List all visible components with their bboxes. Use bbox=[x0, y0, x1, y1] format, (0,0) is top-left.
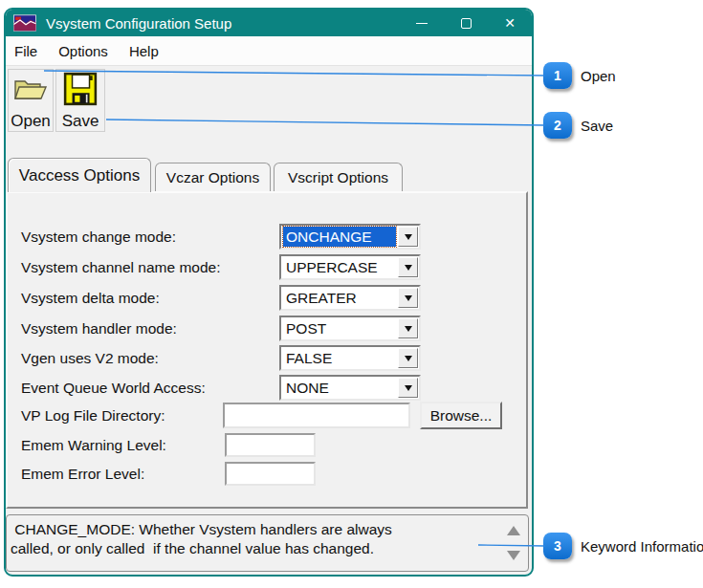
app-window: Vsystem Configuration Setup ✕ File Optio… bbox=[4, 8, 534, 577]
callout-1-badge: 1 bbox=[543, 62, 572, 89]
callout-2-badge: 2 bbox=[543, 112, 572, 139]
callout-3: 3 Keyword Information bbox=[543, 533, 703, 559]
dropdown-arrow-icon bbox=[405, 326, 412, 332]
combo-value: FALSE bbox=[283, 348, 396, 368]
combo-channel-name-mode[interactable]: UPPERCASE bbox=[279, 254, 421, 280]
callout-1-label: Open bbox=[581, 68, 616, 84]
browse-button[interactable]: Browse... bbox=[420, 402, 502, 429]
combo-change-mode[interactable]: ONCHANGE bbox=[279, 224, 421, 250]
emem-error-level-input[interactable] bbox=[225, 462, 316, 486]
callout-3-label: Keyword Information bbox=[581, 538, 703, 555]
combo-event-queue-access[interactable]: NONE bbox=[279, 375, 421, 401]
field-label-event-queue-access: Event Queue World Access: bbox=[21, 375, 206, 401]
callout-3-badge: 3 bbox=[543, 533, 572, 559]
field-label-emem-warning: Emem Warning Level: bbox=[21, 433, 166, 457]
scroll-down-icon[interactable] bbox=[507, 551, 520, 560]
callout-1: 1 Open bbox=[543, 62, 616, 89]
vp-log-directory-input[interactable] bbox=[223, 403, 410, 428]
combo-value: ONCHANGE bbox=[283, 227, 396, 247]
field-label-vp-log-directory: VP Log File Directory: bbox=[21, 403, 165, 428]
dropdown-arrow-icon bbox=[405, 265, 412, 271]
keyword-info-line1: CHANGE_MODE: Whether Vsystem handlers ar… bbox=[11, 521, 392, 538]
field-label-change-mode: Vsystem change mode: bbox=[21, 224, 176, 250]
combo-dropdown-button[interactable] bbox=[398, 227, 418, 247]
field-label-channel-name-mode: Vsystem channel name mode: bbox=[21, 254, 221, 280]
callout-2: 2 Save bbox=[543, 112, 613, 139]
combo-dropdown-button[interactable] bbox=[398, 348, 418, 368]
combo-dropdown-button[interactable] bbox=[398, 257, 418, 277]
keyword-information-box: CHANGE_MODE: Whether Vsystem handlers ar… bbox=[6, 514, 529, 572]
combo-dropdown-button[interactable] bbox=[398, 378, 418, 398]
keyword-info-line2: called, or only called if the channel va… bbox=[11, 540, 374, 557]
field-label-handler-mode: Vsystem handler mode: bbox=[21, 316, 177, 341]
field-label-emem-error: Emem Error Level: bbox=[21, 462, 144, 486]
dropdown-arrow-icon bbox=[405, 295, 412, 301]
scroll-up-icon[interactable] bbox=[507, 526, 520, 535]
field-label-delta-mode: Vsystem delta mode: bbox=[21, 285, 160, 311]
combo-value: POST bbox=[283, 318, 396, 338]
emem-warning-level-input[interactable] bbox=[225, 433, 316, 457]
combo-delta-mode[interactable]: GREATER bbox=[279, 285, 421, 311]
combo-value: UPPERCASE bbox=[283, 257, 396, 277]
combo-handler-mode[interactable]: POST bbox=[279, 316, 421, 341]
combo-dropdown-button[interactable] bbox=[398, 288, 418, 308]
field-label-vgen-v2-mode: Vgen uses V2 mode: bbox=[21, 345, 159, 371]
combo-dropdown-button[interactable] bbox=[398, 318, 418, 338]
combo-vgen-v2-mode[interactable]: FALSE bbox=[279, 345, 421, 371]
combo-value: NONE bbox=[283, 378, 396, 398]
callout-2-label: Save bbox=[581, 118, 613, 134]
dropdown-arrow-icon bbox=[405, 385, 412, 391]
dropdown-arrow-icon bbox=[405, 234, 412, 240]
dropdown-arrow-icon bbox=[405, 356, 412, 361]
form-area: Vsystem change mode: ONCHANGE Vsystem ch… bbox=[6, 10, 528, 509]
combo-value: GREATER bbox=[283, 288, 396, 308]
